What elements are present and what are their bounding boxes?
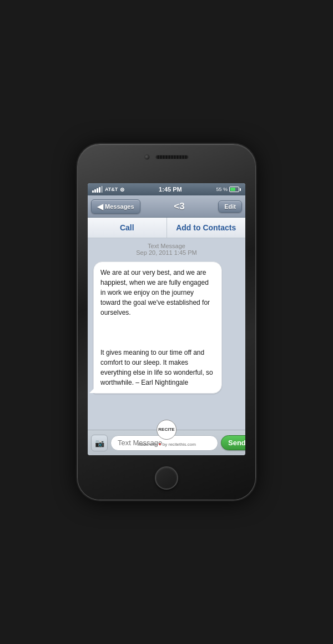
phone-shell: AT&T ⊜ 1:45 PM 55 % ◀ [78,144,255,500]
status-bar: AT&T ⊜ 1:45 PM 55 % [88,183,245,195]
watermark: RECITE Made with ♥ by recitethis.com [137,420,196,447]
recite-logo-text: RECITE [158,427,174,432]
back-button-label: Messages [105,203,134,210]
camera-lens [144,154,150,160]
battery-percent: 55 % [216,187,228,192]
bubble-tail [89,388,95,393]
edit-button[interactable]: Edit [218,200,242,213]
signal-bar-4 [99,187,100,193]
speaker-grille [155,155,189,159]
message-body: We are at our very best, and we are happ… [100,269,213,386]
call-button-label: Call [120,223,134,232]
watermark-credit: Made with ♥ by recitethis.com [137,442,196,447]
message-date-label: Sep 20, 2011 1:45 PM [93,249,240,256]
home-button[interactable] [155,466,178,490]
add-contact-button[interactable]: Add to Contacts [167,218,246,238]
page-wrapper: AT&T ⊜ 1:45 PM 55 % ◀ [0,0,333,644]
nav-title: <3 [174,201,184,212]
add-contact-label: Add to Contacts [176,223,236,232]
battery-fill [230,188,235,191]
screen: AT&T ⊜ 1:45 PM 55 % ◀ [88,183,245,455]
carrier-label: AT&T [105,187,118,192]
signal-bars [92,186,103,193]
battery-body [229,187,239,192]
nav-bar: ◀ Messages <3 Edit [88,195,245,218]
message-type-label: Text Message [93,243,240,249]
signal-bar-5 [101,186,103,193]
status-left: AT&T ⊜ [92,186,124,193]
edit-button-label: Edit [224,203,236,210]
heart-icon: ♥ [159,442,162,447]
battery-icon [229,187,241,192]
action-row: Call Add to Contacts [88,218,245,238]
recite-logo: RECITE [157,420,176,440]
call-button[interactable]: Call [88,218,167,238]
signal-bar-2 [94,189,96,193]
camera-button[interactable]: 📷 [91,435,108,451]
message-meta: Text Message Sep 20, 2011 1:45 PM [88,238,245,258]
battery-tip [240,188,241,191]
signal-bar-1 [92,190,94,193]
message-bubble: We are at our very best, and we are happ… [93,261,222,394]
status-right: 55 % [216,187,241,192]
back-arrow-icon: ◀ [97,202,103,211]
send-button-label: Send [228,439,245,447]
back-button[interactable]: ◀ Messages [91,199,140,214]
wifi-icon: ⊜ [120,187,124,193]
status-time: 1:45 PM [159,186,182,193]
messages-area: We are at our very best, and we are happ… [88,258,245,430]
signal-bar-3 [97,188,98,193]
send-button[interactable]: Send [221,435,245,450]
phone-top [78,154,255,160]
camera-icon: 📷 [95,439,104,447]
